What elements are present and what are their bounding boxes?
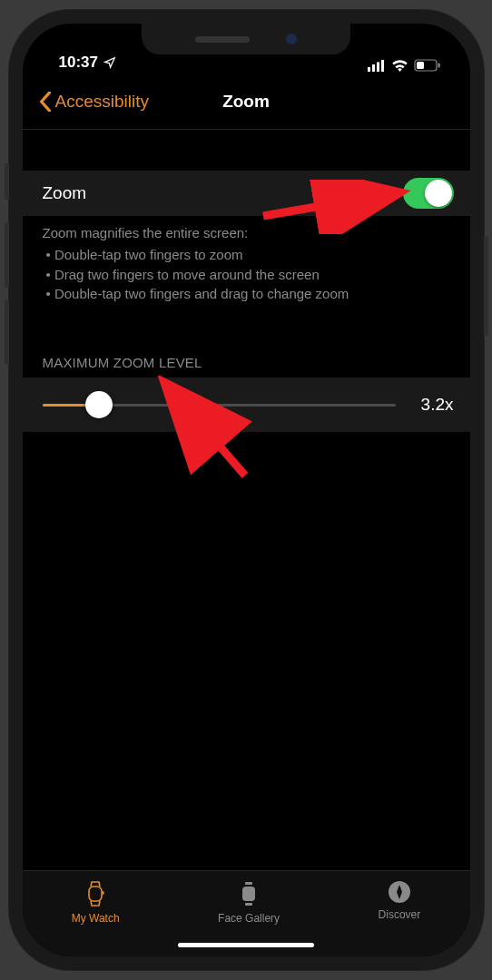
help-item: Drag two fingers to move around the scre… [46,265,452,285]
location-icon [103,56,116,69]
power-button [484,236,488,336]
svg-rect-0 [368,67,370,72]
svg-rect-6 [438,64,439,68]
svg-rect-2 [377,62,379,72]
svg-rect-12 [245,882,252,885]
slider-value: 3.2x [412,395,454,415]
slider-thumb[interactable] [85,391,113,418]
battery-icon [414,59,441,72]
help-item: Double-tap two fingers to zoom [46,245,452,265]
watch-icon [84,880,107,907]
zoom-toggle-row[interactable]: Zoom [23,171,470,216]
toggle-knob [425,180,452,207]
tab-my-watch[interactable]: My Watch [72,880,120,956]
tab-discover[interactable]: Discover [379,880,421,956]
wifi-icon [391,59,408,72]
svg-rect-3 [381,60,384,72]
max-zoom-slider[interactable] [43,404,396,407]
volume-down [5,299,9,365]
tab-label: Discover [379,908,421,921]
speaker-grill [195,36,250,43]
tab-label: My Watch [72,912,120,925]
chevron-left-icon [39,92,52,112]
compass-icon [388,880,411,904]
svg-rect-1 [372,64,375,72]
back-label: Accessibility [55,92,149,112]
help-intro: Zoom magnifies the entire screen: [43,223,452,243]
svg-rect-10 [103,891,104,895]
screen: 10:37 [23,24,470,956]
content: Zoom Zoom magnifies the entire screen: D… [23,130,470,432]
zoom-label: Zoom [43,183,87,203]
zoom-help: Zoom magnifies the entire screen: Double… [23,216,470,304]
mute-switch [5,163,9,200]
back-button[interactable]: Accessibility [39,74,149,129]
volume-up [5,222,9,288]
nav-bar: Accessibility Zoom [23,74,470,130]
max-zoom-header: MAXIMUM ZOOM LEVEL [23,304,470,377]
tab-label: Face Gallery [218,912,280,925]
help-item: Double-tap two fingers and drag to chang… [46,284,452,304]
zoom-toggle[interactable] [403,178,454,209]
page-title: Zoom [222,92,270,112]
face-gallery-icon [237,880,261,907]
notch [142,24,350,54]
front-camera [286,34,297,44]
svg-rect-5 [417,62,424,69]
svg-rect-13 [245,903,252,906]
cellular-icon [368,60,386,72]
device-frame: 10:37 [8,9,485,971]
max-zoom-slider-row: 3.2x [23,377,470,432]
home-indicator[interactable] [178,943,314,947]
svg-rect-11 [242,887,255,901]
svg-rect-9 [89,887,102,901]
clock: 10:37 [59,54,98,72]
